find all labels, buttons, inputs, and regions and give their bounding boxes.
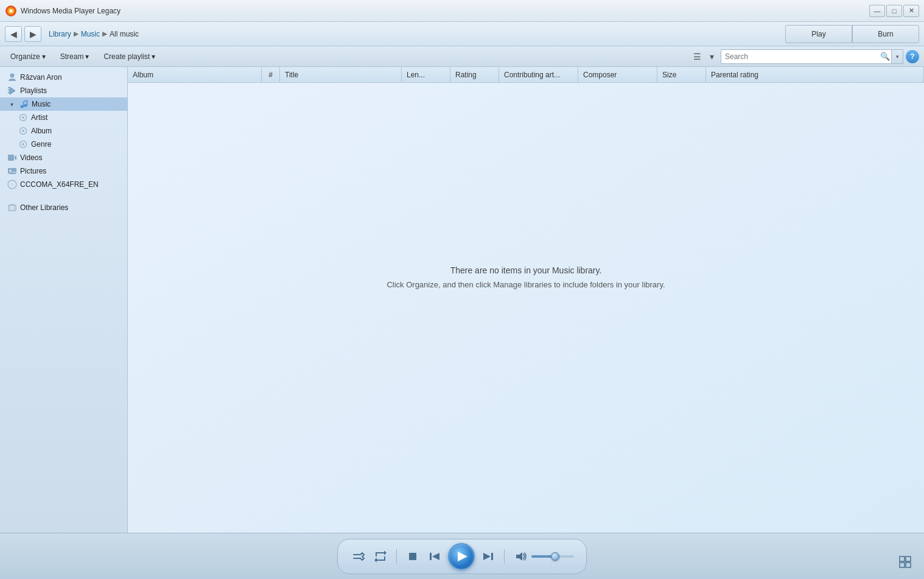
sidebar-playlists-label: Playlists [20, 86, 47, 95]
sidebar: Răzvan Aron Playlists ▾ [0, 67, 128, 533]
content-area: Album # Title Len... Rating Contributing… [128, 67, 924, 533]
col-header-length[interactable]: Len... [402, 67, 450, 82]
breadcrumb-library[interactable]: Library [49, 30, 71, 38]
create-playlist-dropdown-icon: ▾ [152, 52, 155, 61]
stream-dropdown-icon: ▾ [85, 52, 89, 61]
sidebar-artist-label: Artist [31, 113, 47, 122]
player-controls [337, 539, 587, 574]
artist-icon [18, 113, 28, 122]
genre-icon [18, 139, 28, 149]
volume-area [512, 548, 574, 565]
breadcrumb-music[interactable]: Music [81, 30, 100, 38]
svg-rect-35 [491, 553, 493, 560]
next-button[interactable] [480, 548, 497, 565]
col-header-title[interactable]: Title [280, 67, 402, 82]
sidebar-item-user[interactable]: Răzvan Aron [0, 71, 127, 84]
help-button[interactable]: ? [906, 50, 919, 63]
svg-rect-31 [10, 204, 15, 206]
svg-point-27 [12, 184, 13, 185]
back-button[interactable]: ◀ [5, 26, 22, 42]
repeat-button[interactable] [372, 548, 389, 565]
user-icon [7, 72, 17, 82]
svg-marker-22 [15, 155, 16, 160]
volume-slider[interactable] [531, 555, 574, 558]
breadcrumb-sep-2: ▶ [102, 30, 107, 38]
organize-label: Organize [10, 52, 40, 61]
close-button[interactable]: ✕ [903, 5, 919, 17]
sidebar-videos-label: Videos [20, 153, 42, 162]
sidebar-genre-label: Genre [31, 140, 51, 149]
sidebar-item-other-libraries[interactable]: Other Libraries [0, 201, 127, 214]
main-area: Răzvan Aron Playlists ▾ [0, 67, 924, 533]
sidebar-music-label: Music [32, 100, 51, 108]
music-icon [19, 99, 29, 109]
breadcrumb: Library ▶ Music ▶ All music [44, 30, 783, 38]
svg-marker-36 [483, 553, 491, 560]
column-headers: Album # Title Len... Rating Contributing… [128, 67, 924, 83]
stream-button[interactable]: Stream ▾ [55, 50, 95, 63]
player-bar [0, 533, 924, 579]
sidebar-item-genre[interactable]: Genre [0, 138, 127, 151]
mini-mode-button[interactable] [898, 555, 912, 572]
ctrl-sep-1 [396, 549, 397, 564]
app-icon [5, 5, 17, 17]
view-list-icon[interactable]: ☰ [690, 50, 704, 63]
videos-icon [7, 153, 17, 163]
sidebar-item-music[interactable]: ▾ Music [0, 97, 127, 111]
svg-line-13 [24, 100, 27, 102]
svg-marker-5 [10, 87, 15, 94]
window-title: Windows Media Player Legacy [21, 7, 869, 15]
col-header-album[interactable]: Album [128, 67, 262, 82]
col-header-size[interactable]: Size [657, 67, 706, 82]
shuffle-button[interactable] [350, 548, 367, 565]
sidebar-album-label: Album [31, 127, 52, 135]
sidebar-item-artist[interactable]: Artist [0, 111, 127, 124]
view-dropdown-icon[interactable]: ▾ [705, 50, 718, 63]
search-input[interactable] [721, 49, 903, 64]
svg-rect-41 [906, 563, 911, 567]
search-wrapper: 🔍 ▾ [721, 49, 903, 64]
search-magnifier-icon: 🔍 [880, 52, 890, 61]
play-button[interactable] [448, 543, 475, 570]
pictures-icon [7, 166, 17, 176]
stream-label: Stream [60, 52, 84, 61]
svg-rect-32 [409, 553, 416, 560]
other-libraries-icon [7, 203, 17, 212]
sidebar-other-libraries-label: Other Libraries [20, 203, 68, 212]
play-tab-button[interactable]: Play [785, 25, 852, 43]
forward-button[interactable]: ▶ [24, 26, 41, 42]
empty-message-line2: Click Organize, and then click Manage li… [387, 280, 665, 289]
svg-rect-21 [8, 155, 14, 161]
sidebar-item-album[interactable]: Album [0, 124, 127, 138]
mute-button[interactable] [512, 548, 529, 565]
sidebar-item-pictures[interactable]: Pictures [0, 164, 127, 178]
stop-button[interactable] [404, 548, 421, 565]
svg-point-4 [10, 74, 15, 78]
previous-button[interactable] [426, 548, 443, 565]
sidebar-pictures-label: Pictures [20, 167, 46, 175]
search-area: ☰ ▾ 🔍 ▾ ? [690, 49, 919, 64]
create-playlist-button[interactable]: Create playlist ▾ [98, 50, 161, 63]
empty-state: There are no items in your Music library… [128, 83, 924, 533]
search-dropdown-button[interactable]: ▾ [891, 49, 903, 64]
sidebar-item-playlists[interactable]: Playlists [0, 84, 127, 97]
maximize-button[interactable]: □ [886, 5, 902, 17]
minimize-button[interactable]: — [869, 5, 885, 17]
burn-tab-button[interactable]: Burn [852, 25, 919, 43]
sidebar-item-videos[interactable]: Videos [0, 151, 127, 164]
svg-marker-37 [516, 552, 522, 561]
album-icon [18, 126, 28, 136]
svg-rect-40 [900, 563, 905, 567]
col-header-num[interactable]: # [262, 67, 280, 82]
organize-button[interactable]: Organize ▾ [5, 50, 51, 63]
col-header-rating[interactable]: Rating [450, 67, 499, 82]
col-header-contributing-artist[interactable]: Contributing art... [499, 67, 578, 82]
toolbar: Organize ▾ Stream ▾ Create playlist ▾ ☰ … [0, 46, 924, 67]
col-header-composer[interactable]: Composer [578, 67, 657, 82]
col-header-parental-rating[interactable]: Parental rating [706, 67, 924, 82]
svg-rect-33 [430, 553, 432, 560]
playlists-icon [7, 86, 17, 96]
volume-thumb[interactable] [551, 552, 559, 561]
sidebar-item-cccoma[interactable]: CCCOMA_X64FRE_EN [0, 178, 127, 191]
breadcrumb-sep-1: ▶ [74, 30, 79, 38]
